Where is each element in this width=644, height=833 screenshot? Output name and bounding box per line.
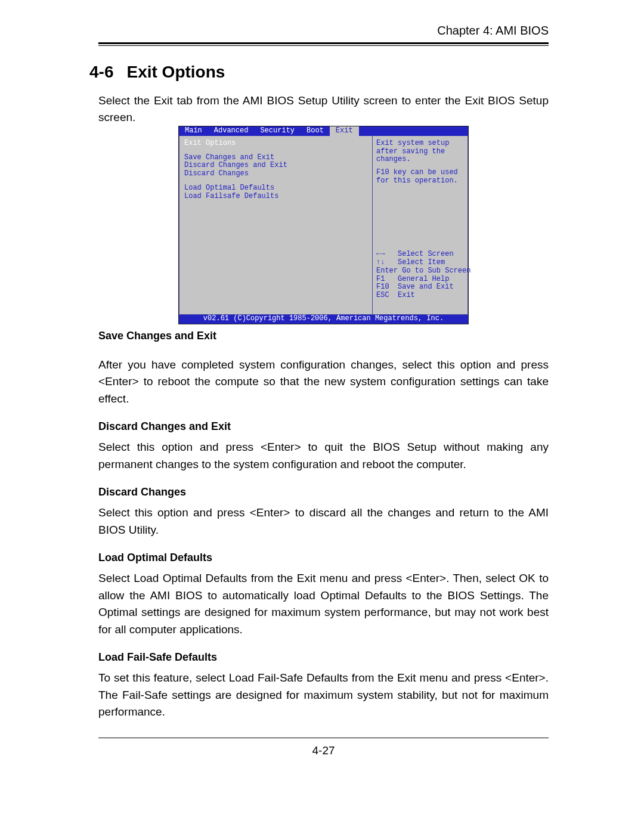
chapter-header: Chapter 4: AMI BIOS [98,24,549,38]
subsection-title: Load Fail-Safe Defaults [98,651,549,664]
bios-help: Exit system setup after saving the chang… [376,140,464,185]
subsection-title: Load Optimal Defaults [98,552,549,564]
bios-tab-boot: Boot [301,126,330,136]
bios-item: Save Changes and Exit [184,154,367,162]
page-number: 4-27 [98,744,549,757]
bios-item: Load Optimal Defaults [184,184,367,193]
bios-tab-advanced: Advanced [208,126,255,136]
bios-item: Load Failsafe Defaults [184,193,367,201]
section-number: 4-6 [89,63,113,81]
bios-nav-line: F1 General Help [376,275,464,284]
section-title: 4-6Exit Options [89,63,549,82]
bios-tabs: Main Advanced Security Boot Exit [179,126,468,136]
bios-body: Exit Options Save Changes and Exit Disca… [179,136,468,315]
bios-nav-line: ↑↓ Select Item [376,259,464,267]
bios-tab-exit: Exit [330,126,359,136]
bios-footer: v02.61 (C)Copyright 1985-2006, American … [179,315,468,324]
section-name: Exit Options [126,63,225,81]
subsection-title: Save Changes and Exit [98,330,549,342]
bios-item: Discard Changes and Exit [184,162,367,170]
subsection-title: Discard Changes [98,486,549,498]
subsection-body: Select this option and press <Enter> to … [98,504,549,538]
bios-nav-line: ←→ Select Screen [376,250,464,259]
subsection-body: Select Load Optimal Defaults from the Ex… [98,570,549,638]
bios-help-line: Exit system setup after saving the chang… [376,140,464,164]
footer-rule [98,738,549,738]
subsection-title: Discard Changes and Exit [98,420,549,433]
section-intro: Select the Exit tab from the AMI BIOS Se… [98,92,549,125]
bios-screenshot: Main Advanced Security Boot Exit Exit Op… [179,126,468,324]
bios-tab-security: Security [254,126,301,136]
bios-help-line: F10 key can be used for this operation. [376,169,464,185]
bios-panel-title: Exit Options [184,140,367,148]
bios-tab-main: Main [179,126,208,136]
bios-left-panel: Exit Options Save Changes and Exit Disca… [179,136,373,315]
subsection-body: After you have completed system configur… [98,357,549,408]
bios-nav-line: ESC Exit [376,292,464,300]
header-rule [98,42,549,46]
bios-nav-line: Enter Go to Sub Screen [376,267,464,275]
subsection-body: To set this feature, select Load Fail-Sa… [98,670,549,721]
subsection-body: Select this option and press <Enter> to … [98,439,549,473]
bios-right-panel: Exit system setup after saving the chang… [373,136,468,315]
bios-nav-line: F10 Save and Exit [376,283,464,292]
bios-nav: ←→ Select Screen ↑↓ Select Item Enter Go… [376,250,464,311]
bios-item: Discard Changes [184,170,367,178]
